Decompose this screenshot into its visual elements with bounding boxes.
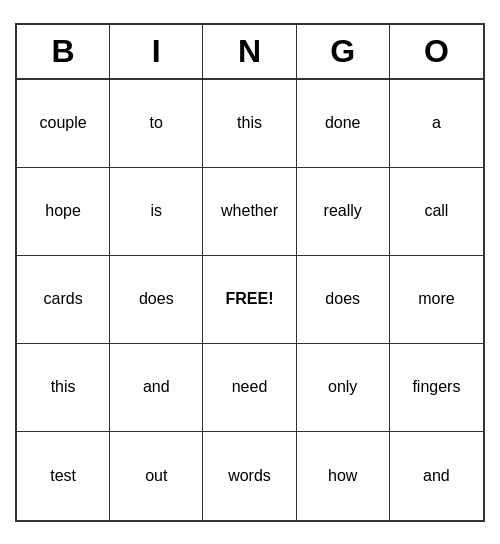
bingo-cell-0[interactable]: couple [17, 80, 110, 168]
bingo-cell-7[interactable]: whether [203, 168, 296, 256]
bingo-cell-12[interactable]: FREE! [203, 256, 296, 344]
bingo-cell-1[interactable]: to [110, 80, 203, 168]
bingo-cell-2[interactable]: this [203, 80, 296, 168]
bingo-header: B I N G O [17, 25, 483, 80]
bingo-cell-13[interactable]: does [297, 256, 390, 344]
bingo-cell-17[interactable]: need [203, 344, 296, 432]
bingo-card: B I N G O coupletothisdoneahopeiswhether… [15, 23, 485, 522]
bingo-cell-10[interactable]: cards [17, 256, 110, 344]
header-n: N [203, 25, 296, 78]
bingo-cell-3[interactable]: done [297, 80, 390, 168]
bingo-grid: coupletothisdoneahopeiswhetherreallycall… [17, 80, 483, 520]
bingo-cell-5[interactable]: hope [17, 168, 110, 256]
bingo-cell-8[interactable]: really [297, 168, 390, 256]
bingo-cell-4[interactable]: a [390, 80, 483, 168]
bingo-cell-24[interactable]: and [390, 432, 483, 520]
header-g: G [297, 25, 390, 78]
bingo-cell-18[interactable]: only [297, 344, 390, 432]
bingo-cell-21[interactable]: out [110, 432, 203, 520]
header-i: I [110, 25, 203, 78]
header-b: B [17, 25, 110, 78]
bingo-cell-22[interactable]: words [203, 432, 296, 520]
bingo-cell-15[interactable]: this [17, 344, 110, 432]
bingo-cell-16[interactable]: and [110, 344, 203, 432]
bingo-cell-9[interactable]: call [390, 168, 483, 256]
bingo-cell-6[interactable]: is [110, 168, 203, 256]
bingo-cell-14[interactable]: more [390, 256, 483, 344]
bingo-cell-23[interactable]: how [297, 432, 390, 520]
bingo-cell-19[interactable]: fingers [390, 344, 483, 432]
bingo-cell-20[interactable]: test [17, 432, 110, 520]
header-o: O [390, 25, 483, 78]
bingo-cell-11[interactable]: does [110, 256, 203, 344]
